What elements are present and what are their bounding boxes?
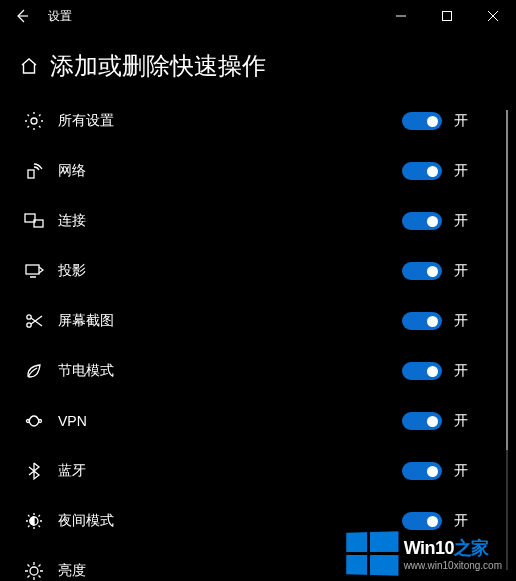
- row-vpn: VPN 开: [24, 396, 502, 446]
- toggle-battery-saver[interactable]: [402, 362, 442, 380]
- row-label: 蓝牙: [58, 462, 86, 480]
- row-project: 投影 开: [24, 246, 502, 296]
- quick-actions-list: 所有设置 开 网络 开 连接 开 投影: [0, 96, 516, 556]
- window-controls: [378, 0, 516, 32]
- row-label: VPN: [58, 413, 87, 429]
- scrollbar-thumb[interactable]: [506, 110, 508, 450]
- minimize-icon: [396, 11, 406, 21]
- toggle-connect[interactable]: [402, 212, 442, 230]
- row-network: 网络 开: [24, 146, 502, 196]
- page-title: 添加或删除快速操作: [50, 50, 266, 82]
- watermark-url: www.win10xitong.com: [404, 560, 502, 571]
- title-bar: 设置: [0, 0, 516, 32]
- row-bluetooth: 蓝牙 开: [24, 446, 502, 496]
- toggle-bluetooth[interactable]: [402, 462, 442, 480]
- project-icon: [24, 261, 52, 281]
- row-label: 屏幕截图: [58, 312, 114, 330]
- row-label: 所有设置: [58, 112, 114, 130]
- bluetooth-icon: [24, 461, 52, 481]
- toggle-state-label: 开: [454, 412, 468, 430]
- close-button[interactable]: [470, 0, 516, 32]
- toggle-state-label: 开: [454, 462, 468, 480]
- row-label: 亮度: [58, 562, 86, 580]
- toggle-state-label: 开: [454, 112, 468, 130]
- home-icon: [20, 57, 38, 75]
- svg-rect-5: [26, 265, 39, 274]
- toggle-state-label: 开: [454, 512, 468, 530]
- row-label: 网络: [58, 162, 86, 180]
- svg-point-1: [31, 118, 37, 124]
- scrollbar-track: [506, 110, 508, 570]
- window-title: 设置: [48, 8, 72, 25]
- row-label: 节电模式: [58, 362, 114, 380]
- toggle-state-label: 开: [454, 262, 468, 280]
- toggle-state-label: 开: [454, 362, 468, 380]
- row-label: 连接: [58, 212, 86, 230]
- svg-rect-2: [28, 170, 34, 178]
- toggle-state-label: 开: [454, 162, 468, 180]
- watermark: Win10之家 www.win10xitong.com: [345, 532, 502, 575]
- page-header: 添加或删除快速操作: [0, 32, 516, 96]
- svg-point-11: [30, 567, 38, 575]
- arrow-left-icon: [14, 8, 30, 24]
- svg-point-6: [27, 315, 31, 319]
- maximize-button[interactable]: [424, 0, 470, 32]
- gear-icon: [24, 111, 52, 131]
- watermark-brand: Win10之家: [404, 536, 502, 560]
- vpn-icon: [24, 411, 52, 431]
- toggle-state-label: 开: [454, 312, 468, 330]
- maximize-icon: [442, 11, 452, 21]
- home-button[interactable]: [20, 57, 38, 75]
- night-light-icon: [24, 511, 52, 531]
- network-icon: [24, 161, 52, 181]
- close-icon: [488, 11, 498, 21]
- row-connect: 连接 开: [24, 196, 502, 246]
- row-battery-saver: 节电模式 开: [24, 346, 502, 396]
- minimize-button[interactable]: [378, 0, 424, 32]
- back-button[interactable]: [0, 0, 44, 32]
- row-label: 投影: [58, 262, 86, 280]
- row-label: 夜间模式: [58, 512, 114, 530]
- brightness-icon: [24, 561, 52, 581]
- row-screen-snip: 屏幕截图 开: [24, 296, 502, 346]
- toggle-state-label: 开: [454, 212, 468, 230]
- toggle-all-settings[interactable]: [402, 112, 442, 130]
- connect-icon: [24, 211, 52, 231]
- leaf-icon: [24, 361, 52, 381]
- svg-rect-0: [443, 12, 452, 21]
- toggle-screen-snip[interactable]: [402, 312, 442, 330]
- toggle-vpn[interactable]: [402, 412, 442, 430]
- scissors-icon: [24, 311, 52, 331]
- toggle-night-light[interactable]: [402, 512, 442, 530]
- toggle-project[interactable]: [402, 262, 442, 280]
- windows-logo-icon: [346, 531, 398, 575]
- row-all-settings: 所有设置 开: [24, 96, 502, 146]
- svg-point-7: [27, 323, 31, 327]
- toggle-network[interactable]: [402, 162, 442, 180]
